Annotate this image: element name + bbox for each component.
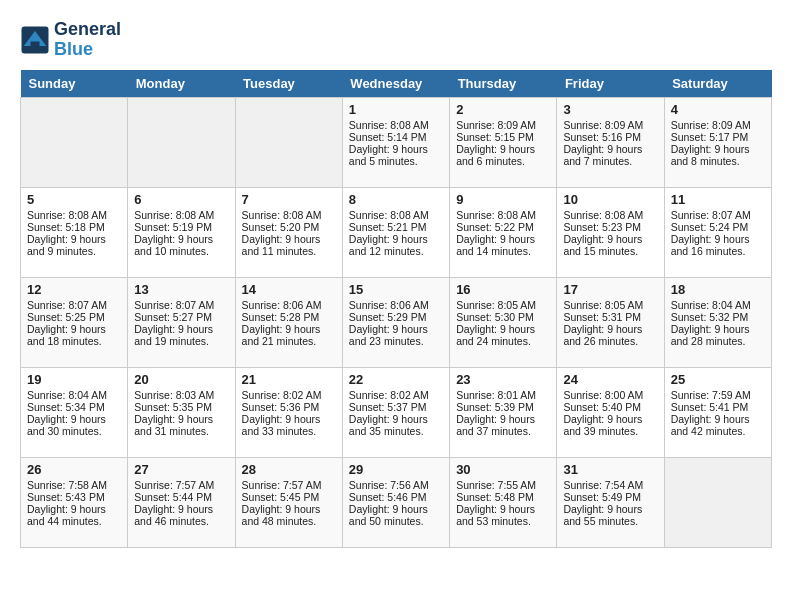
day-header-friday: Friday xyxy=(557,70,664,98)
sunset: Sunset: 5:24 PM xyxy=(671,221,749,233)
sunset: Sunset: 5:46 PM xyxy=(349,491,427,503)
sunset: Sunset: 5:48 PM xyxy=(456,491,534,503)
day-number: 27 xyxy=(134,462,228,477)
calendar-cell: 29 Sunrise: 7:56 AM Sunset: 5:46 PM Dayl… xyxy=(342,457,449,547)
sunrise: Sunrise: 7:54 AM xyxy=(563,479,643,491)
day-number: 15 xyxy=(349,282,443,297)
sunrise: Sunrise: 8:05 AM xyxy=(563,299,643,311)
daylight: Daylight: 9 hours and 46 minutes. xyxy=(134,503,213,527)
sunset: Sunset: 5:29 PM xyxy=(349,311,427,323)
sunset: Sunset: 5:16 PM xyxy=(563,131,641,143)
day-number: 25 xyxy=(671,372,765,387)
calendar-cell: 3 Sunrise: 8:09 AM Sunset: 5:16 PM Dayli… xyxy=(557,97,664,187)
sunset: Sunset: 5:15 PM xyxy=(456,131,534,143)
daylight: Daylight: 9 hours and 19 minutes. xyxy=(134,323,213,347)
daylight: Daylight: 9 hours and 53 minutes. xyxy=(456,503,535,527)
svg-rect-2 xyxy=(31,41,40,49)
day-number: 16 xyxy=(456,282,550,297)
sunrise: Sunrise: 8:07 AM xyxy=(27,299,107,311)
sunrise: Sunrise: 8:02 AM xyxy=(349,389,429,401)
day-number: 19 xyxy=(27,372,121,387)
calendar-week-2: 5 Sunrise: 8:08 AM Sunset: 5:18 PM Dayli… xyxy=(21,187,772,277)
day-header-thursday: Thursday xyxy=(450,70,557,98)
calendar-cell: 31 Sunrise: 7:54 AM Sunset: 5:49 PM Dayl… xyxy=(557,457,664,547)
calendar-cell: 28 Sunrise: 7:57 AM Sunset: 5:45 PM Dayl… xyxy=(235,457,342,547)
sunrise: Sunrise: 8:06 AM xyxy=(349,299,429,311)
daylight: Daylight: 9 hours and 8 minutes. xyxy=(671,143,750,167)
daylight: Daylight: 9 hours and 23 minutes. xyxy=(349,323,428,347)
sunset: Sunset: 5:25 PM xyxy=(27,311,105,323)
calendar-cell: 24 Sunrise: 8:00 AM Sunset: 5:40 PM Dayl… xyxy=(557,367,664,457)
day-number: 11 xyxy=(671,192,765,207)
day-number: 6 xyxy=(134,192,228,207)
day-number: 29 xyxy=(349,462,443,477)
daylight: Daylight: 9 hours and 39 minutes. xyxy=(563,413,642,437)
calendar-cell: 9 Sunrise: 8:08 AM Sunset: 5:22 PM Dayli… xyxy=(450,187,557,277)
daylight: Daylight: 9 hours and 26 minutes. xyxy=(563,323,642,347)
day-number: 2 xyxy=(456,102,550,117)
day-number: 1 xyxy=(349,102,443,117)
sunset: Sunset: 5:49 PM xyxy=(563,491,641,503)
day-number: 13 xyxy=(134,282,228,297)
daylight: Daylight: 9 hours and 15 minutes. xyxy=(563,233,642,257)
sunset: Sunset: 5:32 PM xyxy=(671,311,749,323)
calendar-body: 1 Sunrise: 8:08 AM Sunset: 5:14 PM Dayli… xyxy=(21,97,772,547)
sunrise: Sunrise: 8:09 AM xyxy=(563,119,643,131)
calendar-cell: 25 Sunrise: 7:59 AM Sunset: 5:41 PM Dayl… xyxy=(664,367,771,457)
calendar-cell: 18 Sunrise: 8:04 AM Sunset: 5:32 PM Dayl… xyxy=(664,277,771,367)
sunrise: Sunrise: 8:09 AM xyxy=(671,119,751,131)
day-header-saturday: Saturday xyxy=(664,70,771,98)
sunrise: Sunrise: 8:04 AM xyxy=(671,299,751,311)
calendar-cell: 15 Sunrise: 8:06 AM Sunset: 5:29 PM Dayl… xyxy=(342,277,449,367)
day-number: 5 xyxy=(27,192,121,207)
calendar-week-5: 26 Sunrise: 7:58 AM Sunset: 5:43 PM Dayl… xyxy=(21,457,772,547)
sunset: Sunset: 5:30 PM xyxy=(456,311,534,323)
calendar-cell: 1 Sunrise: 8:08 AM Sunset: 5:14 PM Dayli… xyxy=(342,97,449,187)
calendar-cell xyxy=(21,97,128,187)
sunset: Sunset: 5:19 PM xyxy=(134,221,212,233)
logo-icon xyxy=(20,25,50,55)
sunrise: Sunrise: 8:04 AM xyxy=(27,389,107,401)
calendar-cell xyxy=(235,97,342,187)
daylight: Daylight: 9 hours and 7 minutes. xyxy=(563,143,642,167)
calendar-cell: 26 Sunrise: 7:58 AM Sunset: 5:43 PM Dayl… xyxy=(21,457,128,547)
sunrise: Sunrise: 8:05 AM xyxy=(456,299,536,311)
sunset: Sunset: 5:20 PM xyxy=(242,221,320,233)
sunrise: Sunrise: 8:01 AM xyxy=(456,389,536,401)
calendar-cell: 13 Sunrise: 8:07 AM Sunset: 5:27 PM Dayl… xyxy=(128,277,235,367)
calendar-cell: 22 Sunrise: 8:02 AM Sunset: 5:37 PM Dayl… xyxy=(342,367,449,457)
daylight: Daylight: 9 hours and 44 minutes. xyxy=(27,503,106,527)
sunrise: Sunrise: 7:58 AM xyxy=(27,479,107,491)
sunset: Sunset: 5:31 PM xyxy=(563,311,641,323)
sunset: Sunset: 5:22 PM xyxy=(456,221,534,233)
daylight: Daylight: 9 hours and 10 minutes. xyxy=(134,233,213,257)
calendar-table: SundayMondayTuesdayWednesdayThursdayFrid… xyxy=(20,70,772,548)
calendar-cell: 16 Sunrise: 8:05 AM Sunset: 5:30 PM Dayl… xyxy=(450,277,557,367)
daylight: Daylight: 9 hours and 33 minutes. xyxy=(242,413,321,437)
daylight: Daylight: 9 hours and 55 minutes. xyxy=(563,503,642,527)
day-number: 26 xyxy=(27,462,121,477)
calendar-cell: 27 Sunrise: 7:57 AM Sunset: 5:44 PM Dayl… xyxy=(128,457,235,547)
daylight: Daylight: 9 hours and 21 minutes. xyxy=(242,323,321,347)
sunset: Sunset: 5:45 PM xyxy=(242,491,320,503)
sunrise: Sunrise: 8:08 AM xyxy=(27,209,107,221)
sunset: Sunset: 5:36 PM xyxy=(242,401,320,413)
sunset: Sunset: 5:18 PM xyxy=(27,221,105,233)
daylight: Daylight: 9 hours and 35 minutes. xyxy=(349,413,428,437)
daylight: Daylight: 9 hours and 9 minutes. xyxy=(27,233,106,257)
sunrise: Sunrise: 7:56 AM xyxy=(349,479,429,491)
calendar-cell: 14 Sunrise: 8:06 AM Sunset: 5:28 PM Dayl… xyxy=(235,277,342,367)
day-number: 12 xyxy=(27,282,121,297)
logo: General Blue xyxy=(20,20,121,60)
calendar-cell: 12 Sunrise: 8:07 AM Sunset: 5:25 PM Dayl… xyxy=(21,277,128,367)
day-number: 8 xyxy=(349,192,443,207)
daylight: Daylight: 9 hours and 48 minutes. xyxy=(242,503,321,527)
day-number: 31 xyxy=(563,462,657,477)
daylight: Daylight: 9 hours and 18 minutes. xyxy=(27,323,106,347)
sunrise: Sunrise: 8:08 AM xyxy=(134,209,214,221)
calendar-cell: 30 Sunrise: 7:55 AM Sunset: 5:48 PM Dayl… xyxy=(450,457,557,547)
sunset: Sunset: 5:37 PM xyxy=(349,401,427,413)
daylight: Daylight: 9 hours and 11 minutes. xyxy=(242,233,321,257)
calendar-cell: 19 Sunrise: 8:04 AM Sunset: 5:34 PM Dayl… xyxy=(21,367,128,457)
sunrise: Sunrise: 8:08 AM xyxy=(242,209,322,221)
